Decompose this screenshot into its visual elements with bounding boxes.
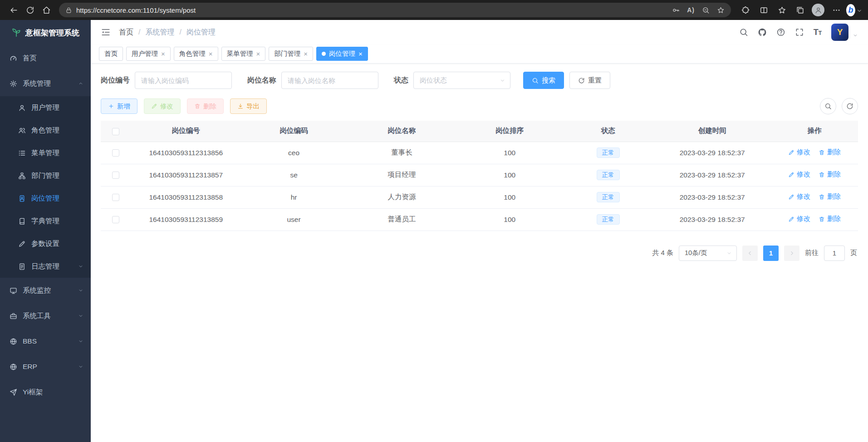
favorites-button[interactable]	[774, 2, 790, 18]
breadcrumb: 首页 / 系统管理 / 岗位管理	[119, 28, 216, 37]
table-toolbar: 新增 修改 删除 导出	[101, 98, 858, 114]
status-select[interactable]: 岗位状态	[413, 72, 510, 89]
add-button[interactable]: 新增	[101, 98, 137, 114]
sidebar-fold-icon[interactable]	[101, 27, 111, 37]
close-icon[interactable]: ×	[209, 50, 213, 57]
sidebar-item-dict-management[interactable]: 字典管理	[0, 210, 91, 232]
refresh-table-button[interactable]	[842, 98, 858, 114]
delete-button[interactable]: 删除	[187, 98, 224, 114]
post-id-input[interactable]	[135, 72, 232, 89]
browser-refresh-button[interactable]	[22, 2, 38, 18]
password-key-icon[interactable]	[672, 6, 680, 14]
fullscreen-icon[interactable]	[795, 28, 804, 37]
add-favorite-star-icon[interactable]	[717, 6, 725, 14]
row-checkbox[interactable]	[112, 216, 119, 223]
chevron-down-icon	[78, 364, 83, 369]
reset-button[interactable]: 重置	[569, 72, 610, 89]
sidebar-item-log-management[interactable]: 日志管理	[0, 255, 91, 278]
cell-created: 2023-03-29 18:52:37	[653, 164, 771, 186]
avatar-caret-icon[interactable]	[853, 33, 858, 38]
user-avatar[interactable]: Y	[831, 24, 848, 41]
split-screen-button[interactable]	[755, 2, 772, 18]
goto-page-input[interactable]	[824, 246, 845, 261]
zoom-icon[interactable]	[702, 6, 710, 14]
row-delete-button[interactable]: 删除	[819, 192, 841, 201]
sidebar-item-home[interactable]: 首页	[0, 45, 91, 71]
page-number-button[interactable]: 1	[763, 246, 779, 261]
browser-home-button[interactable]	[38, 2, 54, 18]
export-button[interactable]: 导出	[230, 98, 267, 114]
page-size-select[interactable]: 10条/页	[679, 246, 737, 261]
tab-menu-management[interactable]: 菜单管理×	[221, 47, 266, 61]
github-icon[interactable]	[758, 28, 767, 37]
row-edit-button[interactable]: 修改	[788, 148, 810, 157]
row-edit-button[interactable]: 修改	[788, 170, 810, 179]
collections-button[interactable]	[792, 2, 808, 18]
next-page-button[interactable]	[784, 246, 799, 261]
font-size-icon[interactable]: TT	[814, 28, 822, 37]
column-post-id: 岗位编号	[131, 121, 241, 142]
sidebar-item-erp[interactable]: ERP	[0, 354, 91, 379]
extensions-button[interactable]	[737, 2, 754, 18]
row-delete-button[interactable]: 删除	[819, 215, 841, 223]
cell-post-sort: 100	[456, 186, 563, 208]
row-delete-button[interactable]: 删除	[819, 148, 841, 157]
row-checkbox[interactable]	[112, 194, 119, 201]
help-question-icon[interactable]	[776, 28, 785, 37]
tab-home[interactable]: 首页	[99, 47, 123, 61]
row-delete-button[interactable]: 删除	[819, 170, 841, 179]
browser-profile-button[interactable]	[810, 2, 826, 18]
close-icon[interactable]: ×	[256, 50, 260, 57]
row-checkbox[interactable]	[112, 149, 119, 157]
status-label: 状态	[394, 76, 408, 85]
profile-avatar	[812, 4, 824, 16]
edit-button[interactable]: 修改	[144, 98, 181, 114]
tab-role-management[interactable]: 角色管理×	[174, 47, 218, 61]
tab-dept-management[interactable]: 部门管理×	[269, 47, 313, 61]
row-checkbox[interactable]	[112, 172, 119, 179]
sidebar-item-bbs[interactable]: BBS	[0, 329, 91, 354]
select-all-checkbox[interactable]	[112, 128, 119, 135]
sidebar-item-param-settings[interactable]: 参数设置	[0, 232, 91, 255]
tab-post-management[interactable]: 岗位管理×	[316, 47, 368, 61]
sidebar-item-user-management[interactable]: 用户管理	[0, 96, 91, 119]
screen: https://ccnetcore.com:1101/system/post A…	[0, 0, 868, 442]
table-header-row: 岗位编号 岗位编码 岗位名称 岗位排序 状态 创建时间 操作	[101, 121, 858, 142]
sidebar-item-yi-framework[interactable]: Yi框架	[0, 379, 91, 405]
close-icon[interactable]: ×	[161, 50, 165, 57]
status-badge: 正常	[597, 170, 620, 181]
row-edit-button[interactable]: 修改	[788, 215, 810, 223]
browser-back-button[interactable]	[5, 2, 22, 18]
post-name-input[interactable]	[281, 72, 378, 89]
cell-post-sort: 100	[456, 142, 563, 164]
sidebar-item-role-management[interactable]: 角色管理	[0, 119, 91, 142]
breadcrumb-home[interactable]: 首页	[119, 28, 133, 37]
header-search-icon[interactable]	[739, 28, 748, 37]
close-icon[interactable]: ×	[304, 50, 308, 57]
url-text[interactable]: https://ccnetcore.com:1101/system/post	[76, 6, 672, 14]
sidebar-item-dept-management[interactable]: 部门管理	[0, 164, 91, 187]
column-post-sort: 岗位排序	[456, 121, 563, 142]
row-edit-button[interactable]: 修改	[788, 192, 810, 201]
active-tab-dot	[322, 52, 326, 56]
search-button[interactable]: 搜索	[523, 72, 564, 89]
sidebar-item-post-management[interactable]: 岗位管理	[0, 187, 91, 210]
tab-user-management[interactable]: 用户管理×	[126, 47, 171, 61]
sidebar-item-monitor[interactable]: 系统监控	[0, 278, 91, 303]
address-bar[interactable]: https://ccnetcore.com:1101/system/post A…	[59, 3, 731, 17]
bing-copilot-button[interactable]: b	[846, 2, 863, 18]
app-logo[interactable]: 意框架管理系统	[0, 20, 91, 45]
prev-page-button[interactable]	[742, 246, 758, 261]
close-icon[interactable]: ×	[358, 50, 363, 57]
toggle-search-button[interactable]	[820, 98, 836, 114]
id-badge-icon	[18, 195, 26, 202]
chevron-down-icon	[856, 6, 863, 15]
breadcrumb-system: 系统管理	[145, 28, 174, 37]
browser-menu-button[interactable]	[828, 2, 844, 18]
table-row: 1641030593112313857 se 项目经理 100 正常 2023-…	[101, 164, 858, 186]
refresh-icon	[26, 6, 34, 15]
sidebar-item-system[interactable]: 系统管理	[0, 71, 91, 96]
sidebar-item-tools[interactable]: 系统工具	[0, 303, 91, 329]
read-aloud-icon[interactable]: A)	[687, 6, 695, 14]
sidebar-item-menu-management[interactable]: 菜单管理	[0, 142, 91, 164]
